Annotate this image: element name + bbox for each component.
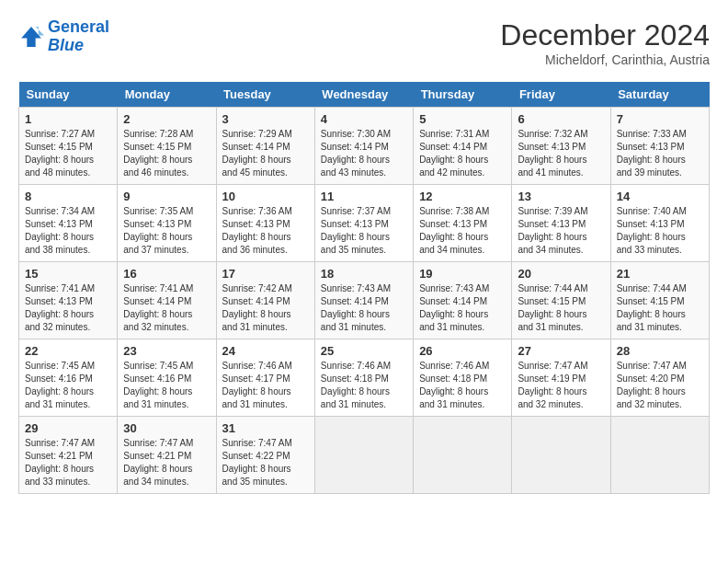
day-info: Sunrise: 7:32 AMSunset: 4:13 PMDaylight:… (518, 128, 604, 179)
day-number: 19 (419, 267, 506, 281)
logo-text: General Blue (48, 18, 109, 55)
day-number: 3 (222, 112, 309, 126)
calendar-day-cell: 4 Sunrise: 7:30 AMSunset: 4:14 PMDayligh… (314, 108, 413, 185)
day-info: Sunrise: 7:43 AMSunset: 4:14 PMDaylight:… (419, 282, 506, 334)
day-info: Sunrise: 7:39 AMSunset: 4:13 PMDaylight:… (518, 205, 604, 257)
logo: General Blue (18, 18, 109, 55)
column-header-sunday: Sunday (19, 82, 118, 108)
calendar-day-cell: 16 Sunrise: 7:41 AMSunset: 4:14 PMDaylig… (118, 262, 216, 339)
day-number: 1 (25, 112, 111, 126)
calendar-week-row: 29 Sunrise: 7:47 AMSunset: 4:21 PMDaylig… (19, 417, 710, 494)
month-title: December 2024 (500, 18, 710, 52)
day-info: Sunrise: 7:44 AMSunset: 4:15 PMDaylight:… (518, 282, 604, 334)
logo-blue: Blue (48, 36, 84, 54)
calendar-week-row: 22 Sunrise: 7:45 AMSunset: 4:16 PMDaylig… (19, 339, 710, 417)
day-number: 11 (321, 190, 407, 203)
calendar-day-cell: 12 Sunrise: 7:38 AMSunset: 4:13 PMDaylig… (414, 185, 512, 262)
calendar-day-cell: 27 Sunrise: 7:47 AMSunset: 4:19 PMDaylig… (512, 339, 610, 417)
calendar-week-row: 15 Sunrise: 7:41 AMSunset: 4:13 PMDaylig… (19, 262, 710, 339)
day-info: Sunrise: 7:33 AMSunset: 4:13 PMDaylight:… (617, 128, 703, 179)
day-number: 13 (518, 190, 604, 203)
day-number: 21 (617, 267, 703, 281)
calendar-day-cell: 28 Sunrise: 7:47 AMSunset: 4:20 PMDaylig… (610, 339, 709, 417)
day-number: 22 (25, 344, 111, 358)
calendar-day-cell: 20 Sunrise: 7:44 AMSunset: 4:15 PMDaylig… (512, 262, 610, 339)
day-number: 27 (518, 344, 604, 358)
calendar-day-cell (314, 417, 413, 494)
day-info: Sunrise: 7:46 AMSunset: 4:18 PMDaylight:… (321, 360, 407, 411)
svg-marker-0 (21, 27, 41, 47)
day-info: Sunrise: 7:47 AMSunset: 4:19 PMDaylight:… (518, 360, 604, 411)
day-number: 7 (617, 112, 703, 126)
column-header-thursday: Thursday (414, 82, 512, 108)
day-number: 8 (25, 190, 111, 203)
day-number: 29 (25, 421, 111, 435)
calendar-day-cell: 5 Sunrise: 7:31 AMSunset: 4:14 PMDayligh… (414, 108, 512, 185)
calendar-day-cell: 18 Sunrise: 7:43 AMSunset: 4:14 PMDaylig… (314, 262, 413, 339)
day-number: 5 (419, 112, 506, 126)
column-header-monday: Monday (118, 82, 216, 108)
day-info: Sunrise: 7:27 AMSunset: 4:15 PMDaylight:… (25, 128, 111, 179)
calendar-day-cell: 13 Sunrise: 7:39 AMSunset: 4:13 PMDaylig… (512, 185, 610, 262)
day-info: Sunrise: 7:44 AMSunset: 4:15 PMDaylight:… (617, 282, 703, 334)
calendar-day-cell: 6 Sunrise: 7:32 AMSunset: 4:13 PMDayligh… (512, 108, 610, 185)
day-number: 17 (222, 267, 309, 281)
calendar-day-cell: 3 Sunrise: 7:29 AMSunset: 4:14 PMDayligh… (216, 108, 314, 185)
calendar-day-cell: 8 Sunrise: 7:34 AMSunset: 4:13 PMDayligh… (19, 185, 118, 262)
day-number: 26 (419, 344, 506, 358)
day-number: 31 (222, 421, 309, 435)
day-number: 14 (617, 190, 703, 203)
day-info: Sunrise: 7:30 AMSunset: 4:14 PMDaylight:… (321, 128, 407, 179)
day-info: Sunrise: 7:47 AMSunset: 4:21 PMDaylight:… (25, 437, 111, 488)
day-number: 9 (123, 190, 210, 203)
calendar-day-cell: 14 Sunrise: 7:40 AMSunset: 4:13 PMDaylig… (610, 185, 709, 262)
day-info: Sunrise: 7:28 AMSunset: 4:15 PMDaylight:… (123, 128, 210, 179)
calendar-day-cell: 9 Sunrise: 7:35 AMSunset: 4:13 PMDayligh… (118, 185, 216, 262)
calendar-week-row: 1 Sunrise: 7:27 AMSunset: 4:15 PMDayligh… (19, 108, 710, 185)
day-number: 15 (25, 267, 111, 281)
column-header-wednesday: Wednesday (314, 82, 413, 108)
calendar-day-cell: 21 Sunrise: 7:44 AMSunset: 4:15 PMDaylig… (610, 262, 709, 339)
calendar-day-cell (512, 417, 610, 494)
day-info: Sunrise: 7:41 AMSunset: 4:14 PMDaylight:… (123, 282, 210, 334)
calendar-day-cell: 24 Sunrise: 7:46 AMSunset: 4:17 PMDaylig… (216, 339, 314, 417)
day-info: Sunrise: 7:43 AMSunset: 4:14 PMDaylight:… (321, 282, 407, 334)
day-number: 30 (123, 421, 210, 435)
day-number: 23 (123, 344, 210, 358)
column-header-tuesday: Tuesday (216, 82, 314, 108)
day-info: Sunrise: 7:34 AMSunset: 4:13 PMDaylight:… (25, 205, 111, 257)
day-info: Sunrise: 7:29 AMSunset: 4:14 PMDaylight:… (222, 128, 309, 179)
calendar-day-cell: 19 Sunrise: 7:43 AMSunset: 4:14 PMDaylig… (414, 262, 512, 339)
day-info: Sunrise: 7:46 AMSunset: 4:17 PMDaylight:… (222, 360, 309, 411)
calendar-day-cell: 11 Sunrise: 7:37 AMSunset: 4:13 PMDaylig… (314, 185, 413, 262)
day-number: 20 (518, 267, 604, 281)
location-subtitle: Micheldorf, Carinthia, Austria (500, 52, 710, 67)
calendar-day-cell: 26 Sunrise: 7:46 AMSunset: 4:18 PMDaylig… (414, 339, 512, 417)
calendar-day-cell: 2 Sunrise: 7:28 AMSunset: 4:15 PMDayligh… (118, 108, 216, 185)
calendar-day-cell (414, 417, 512, 494)
day-info: Sunrise: 7:45 AMSunset: 4:16 PMDaylight:… (123, 360, 210, 411)
calendar-day-cell: 30 Sunrise: 7:47 AMSunset: 4:21 PMDaylig… (118, 417, 216, 494)
calendar-day-cell: 7 Sunrise: 7:33 AMSunset: 4:13 PMDayligh… (610, 108, 709, 185)
day-info: Sunrise: 7:38 AMSunset: 4:13 PMDaylight:… (419, 205, 506, 257)
day-info: Sunrise: 7:46 AMSunset: 4:18 PMDaylight:… (419, 360, 506, 411)
calendar-day-cell: 29 Sunrise: 7:47 AMSunset: 4:21 PMDaylig… (19, 417, 118, 494)
day-info: Sunrise: 7:45 AMSunset: 4:16 PMDaylight:… (25, 360, 111, 411)
calendar-day-cell: 17 Sunrise: 7:42 AMSunset: 4:14 PMDaylig… (216, 262, 314, 339)
day-number: 12 (419, 190, 506, 203)
column-header-saturday: Saturday (610, 82, 709, 108)
day-info: Sunrise: 7:40 AMSunset: 4:13 PMDaylight:… (617, 205, 703, 257)
calendar-day-cell: 31 Sunrise: 7:47 AMSunset: 4:22 PMDaylig… (216, 417, 314, 494)
calendar-day-cell: 23 Sunrise: 7:45 AMSunset: 4:16 PMDaylig… (118, 339, 216, 417)
column-header-friday: Friday (512, 82, 610, 108)
logo-general: General (48, 17, 109, 36)
calendar-day-cell (610, 417, 709, 494)
day-number: 10 (222, 190, 309, 203)
day-number: 16 (123, 267, 210, 281)
day-number: 24 (222, 344, 309, 358)
calendar-week-row: 8 Sunrise: 7:34 AMSunset: 4:13 PMDayligh… (19, 185, 710, 262)
day-info: Sunrise: 7:47 AMSunset: 4:20 PMDaylight:… (617, 360, 703, 411)
calendar-day-cell: 25 Sunrise: 7:46 AMSunset: 4:18 PMDaylig… (314, 339, 413, 417)
calendar-day-cell: 15 Sunrise: 7:41 AMSunset: 4:13 PMDaylig… (19, 262, 118, 339)
page-header: General Blue December 2024 Micheldorf, C… (18, 18, 710, 67)
